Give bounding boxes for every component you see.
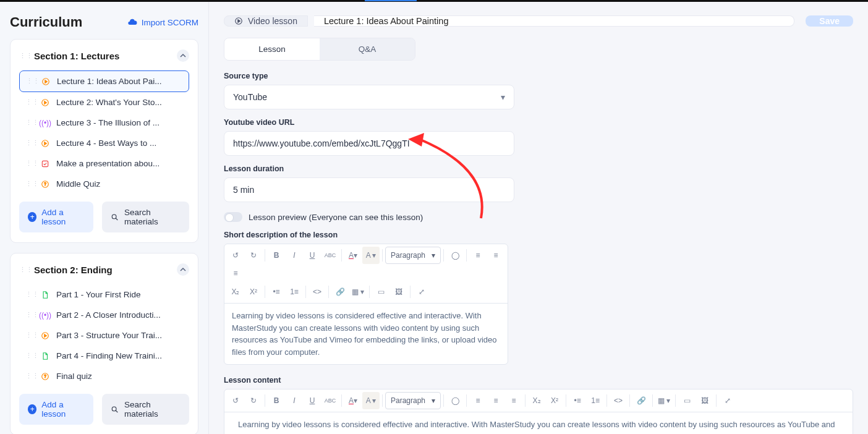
lesson-label: Make a presentation abou... (56, 159, 183, 168)
duration-input[interactable] (224, 177, 514, 202)
link-icon[interactable]: 🔗 (331, 283, 349, 300)
lesson-type-badge: Video lesson (224, 15, 308, 27)
drag-handle-icon[interactable]: ⋮⋮ (19, 52, 28, 60)
drag-handle-icon[interactable]: ⋮⋮ (25, 180, 34, 188)
tab-lesson[interactable]: Lesson (224, 38, 320, 60)
drag-handle-icon[interactable]: ⋮⋮ (26, 77, 35, 85)
lesson-item[interactable]: ⋮⋮ Lecture 2: What's Your Sto... (19, 92, 189, 113)
bold-icon[interactable]: B (268, 247, 285, 264)
lesson-item[interactable]: ⋮⋮ ? Middle Quiz (19, 174, 189, 194)
fullscreen-icon[interactable]: ⤢ (719, 392, 736, 409)
link-icon[interactable]: 🔗 (632, 392, 650, 409)
align-center-icon[interactable]: ≡ (487, 247, 504, 264)
svg-text:?: ? (44, 374, 46, 378)
lesson-editor: Video lesson Save Lesson Q&A Source type… (209, 2, 868, 434)
strike-icon[interactable]: ABC (321, 392, 339, 409)
bold-icon[interactable]: B (268, 392, 285, 409)
duration-label: Lesson duration (224, 164, 853, 173)
short-desc-text[interactable]: Learning by video lessons is considered … (224, 304, 508, 364)
add-lesson-button[interactable]: +Add a lesson (19, 394, 93, 425)
drag-handle-icon[interactable]: ⋮⋮ (19, 266, 28, 274)
redo-icon[interactable]: ↻ (245, 247, 262, 264)
paragraph-select[interactable]: Paragraph▾ (385, 247, 441, 264)
wave-icon: ((•)) (40, 119, 50, 127)
lesson-tabs: Lesson Q&A (224, 38, 415, 61)
lesson-item[interactable]: ⋮⋮ ? Final quiz (19, 366, 189, 386)
media-icon[interactable]: ▭ (678, 392, 696, 409)
save-button[interactable]: Save (806, 15, 853, 27)
youtube-url-input[interactable] (224, 131, 514, 156)
superscript-icon[interactable]: X² (546, 392, 563, 409)
clear-format-icon[interactable]: ◯ (446, 392, 464, 409)
text-color-icon[interactable]: A ▾ (344, 247, 362, 264)
paragraph-select[interactable]: Paragraph▾ (385, 392, 441, 409)
undo-icon[interactable]: ↺ (227, 247, 244, 264)
undo-icon[interactable]: ↺ (227, 392, 244, 409)
svg-point-6 (113, 215, 117, 219)
lesson-item[interactable]: ⋮⋮ Lecture 4 - Best Ways to ... (19, 133, 189, 153)
lesson-item[interactable]: ⋮⋮ ((•)) Part 2 - A Closer Introducti... (19, 305, 189, 325)
editor-toolbar: ↺ ↻ B I U ABC A ▾ A ▾ Paragraph▾ ◯ ≡ ≡ ≡… (224, 389, 853, 412)
lesson-item[interactable]: ⋮⋮ Part 4 - Finding New Traini... (19, 346, 189, 366)
collapse-button[interactable] (177, 49, 189, 62)
search-materials-button[interactable]: Search materials (102, 394, 189, 425)
source-type-select[interactable]: YouTube▾ (224, 85, 514, 109)
import-scorm-button[interactable]: Import SCORM (127, 17, 198, 27)
drag-handle-icon[interactable]: ⋮⋮ (25, 372, 34, 380)
code-icon[interactable]: <> (308, 283, 326, 300)
lesson-item[interactable]: ⋮⋮ Part 3 - Structure Your Trai... (19, 325, 189, 346)
image-icon[interactable]: 🖼 (696, 392, 713, 409)
add-lesson-button[interactable]: +Add a lesson (19, 202, 93, 232)
italic-icon[interactable]: I (286, 392, 303, 409)
lesson-item[interactable]: ⋮⋮ Lecture 1: Ideas About Pai... (19, 70, 189, 92)
bullet-list-icon[interactable]: •≡ (569, 392, 586, 409)
media-icon[interactable]: ▭ (372, 283, 389, 300)
tab-qa[interactable]: Q&A (320, 38, 415, 60)
drag-handle-icon[interactable]: ⋮⋮ (25, 352, 34, 360)
italic-icon[interactable]: I (286, 247, 303, 264)
lesson-item[interactable]: ⋮⋮ Make a presentation abou... (19, 153, 189, 174)
lesson-item[interactable]: ⋮⋮ Part 1 - Your First Ride (19, 284, 189, 305)
number-list-icon[interactable]: 1≡ (587, 392, 604, 409)
bg-color-icon[interactable]: A ▾ (362, 247, 380, 264)
drag-handle-icon[interactable]: ⋮⋮ (25, 311, 34, 319)
drag-handle-icon[interactable]: ⋮⋮ (25, 160, 34, 168)
drag-handle-icon[interactable]: ⋮⋮ (25, 331, 34, 339)
drag-handle-icon[interactable]: ⋮⋮ (25, 98, 34, 106)
preview-toggle-label: Lesson preview (Everyone can see this le… (249, 213, 423, 222)
check-icon (40, 160, 50, 168)
superscript-icon[interactable]: X² (245, 283, 262, 300)
subscript-icon[interactable]: X₂ (227, 283, 244, 300)
content-text[interactable]: Learning by video lessons is considered … (224, 412, 853, 434)
redo-icon[interactable]: ↻ (245, 392, 262, 409)
fullscreen-icon[interactable]: ⤢ (413, 283, 430, 300)
section-card-1: ⋮⋮ Section 1: Lectures ⋮⋮ Lecture 1: Ide… (10, 39, 198, 243)
drag-handle-icon[interactable]: ⋮⋮ (25, 291, 34, 299)
table-icon[interactable]: ▦ ▾ (349, 283, 367, 300)
align-left-icon[interactable]: ≡ (469, 392, 487, 409)
drag-handle-icon[interactable]: ⋮⋮ (25, 119, 34, 127)
text-color-icon[interactable]: A ▾ (344, 392, 362, 409)
image-icon[interactable]: 🖼 (390, 283, 407, 300)
strike-icon[interactable]: ABC (321, 247, 339, 264)
code-icon[interactable]: <> (610, 392, 627, 409)
drag-handle-icon[interactable]: ⋮⋮ (25, 139, 34, 147)
collapse-button[interactable] (177, 263, 189, 276)
bg-color-icon[interactable]: A ▾ (362, 392, 380, 409)
underline-icon[interactable]: U (304, 247, 321, 264)
svg-point-10 (113, 407, 117, 411)
align-right-icon[interactable]: ≡ (227, 265, 244, 282)
align-center-icon[interactable]: ≡ (487, 392, 504, 409)
preview-toggle[interactable] (224, 212, 242, 222)
search-materials-button[interactable]: Search materials (102, 202, 189, 232)
subscript-icon[interactable]: X₂ (528, 392, 545, 409)
align-right-icon[interactable]: ≡ (505, 392, 522, 409)
table-icon[interactable]: ▦ ▾ (655, 392, 673, 409)
clear-format-icon[interactable]: ◯ (446, 247, 464, 264)
number-list-icon[interactable]: 1≡ (286, 283, 303, 300)
bullet-list-icon[interactable]: •≡ (268, 283, 285, 300)
align-left-icon[interactable]: ≡ (469, 247, 487, 264)
lesson-title-input[interactable] (314, 15, 794, 27)
underline-icon[interactable]: U (304, 392, 321, 409)
lesson-item[interactable]: ⋮⋮ ((•)) Lecture 3 - The Illusion of ... (19, 113, 189, 133)
